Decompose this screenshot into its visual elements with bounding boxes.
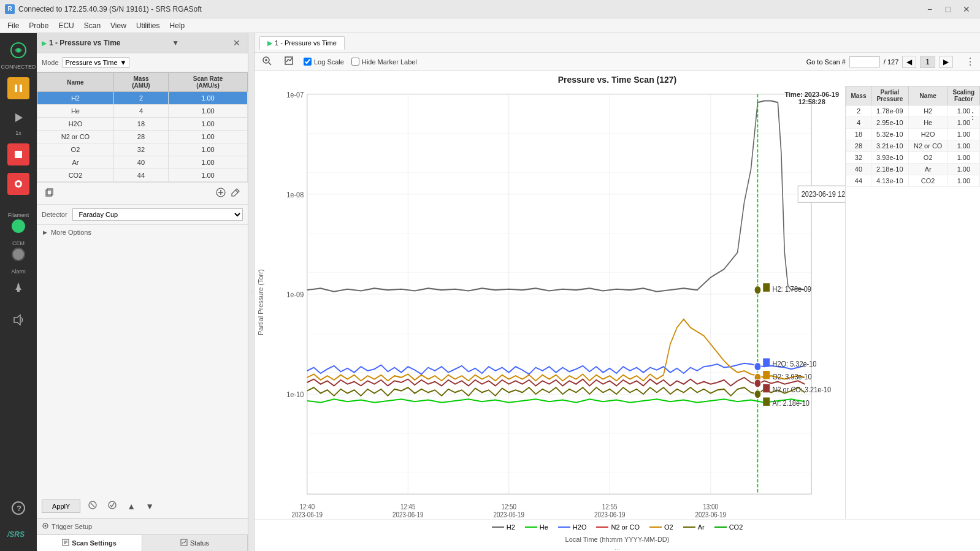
speaker-icon [6,308,31,332]
status-tab[interactable]: Status [142,535,248,551]
fit-button[interactable] [281,55,296,69]
chart-menu-button[interactable]: ⋮ [965,56,975,67]
gas-scanrate: 1.00 [169,105,248,118]
menu-utilities[interactable]: Utilities [131,20,165,31]
copy-button[interactable] [42,186,56,200]
stop-button[interactable] [7,143,29,165]
cem-group: CEM [12,240,25,261]
up-button[interactable]: ▲ [124,500,138,512]
menu-file[interactable]: File [2,20,24,31]
gas-table-row[interactable]: CO2 44 1.00 [37,169,248,182]
detector-row: Detector Faraday Cup [37,205,248,225]
legend-n2co: N2 or CO [596,523,639,531]
more-options-arrow: ► [42,229,48,236]
chart-svg: 1e-07 1e-08 1e-09 1e-10 12:40 2023-06-19… [267,86,845,519]
panel-expand-button[interactable]: ▼ [169,37,182,48]
gas-table-row[interactable]: He 4 1.00 [37,105,248,118]
trigger-setup-tab[interactable]: Trigger Setup [37,518,248,534]
svg-text:13:00: 13:00 [703,503,718,511]
gas-name: H2O [37,118,114,131]
gas-scanrate: 1.00 [169,131,248,143]
zoom-in-button[interactable] [259,55,274,69]
maximize-button[interactable]: □ [940,2,957,16]
svg-text:2023-06-19: 2023-06-19 [695,511,725,519]
dt-mass: 44 [846,175,871,187]
no-icon-button[interactable] [85,499,100,513]
check-button[interactable] [105,499,120,513]
right-panel-menu[interactable]: ⋮ [968,110,978,122]
gas-table-row[interactable]: H2 2 1.00 [37,92,248,105]
gas-table-row[interactable]: O2 32 1.00 [37,143,248,156]
log-scale-checkbox[interactable] [304,58,312,66]
detector-select[interactable]: Faraday Cup [72,208,243,221]
svg-rect-2 [15,85,17,92]
gas-table-container: Name Mass(AMU) Scan Rate(AMU/s) H2 2 1.0… [37,72,248,182]
gas-table-row[interactable]: H2O 18 1.00 [37,118,248,131]
legend-o2: O2 [649,523,673,531]
gas-mass: 2 [113,92,168,105]
gas-scanrate: 1.00 [169,92,248,105]
log-scale-check[interactable]: Log Scale [304,58,344,66]
pause-group [7,77,29,99]
svg-point-72 [754,362,761,371]
next-scan-button[interactable]: ▶ [939,56,953,68]
dt-pressure: 3.21e-10 [871,140,908,152]
panel-collapse-handle[interactable]: ⋮ [248,33,255,551]
menu-scan[interactable]: Scan [79,20,105,31]
gas-mass: 4 [113,105,168,118]
menu-ecu[interactable]: ECU [53,20,78,31]
apply-row: ApplY ▲ ▼ [42,499,243,513]
pause-button[interactable] [7,77,29,99]
play-button[interactable] [7,107,29,129]
chart-controls: Log Scale Hide Marker Label Go to Scan #… [255,53,980,71]
scan-number-input[interactable]: 1 [849,56,880,67]
help-icon[interactable]: ? [6,496,31,520]
minimize-button[interactable]: − [921,2,938,16]
svg-line-30 [269,63,271,65]
hide-marker-check[interactable]: Hide Marker Label [351,58,417,66]
svg-text:2023-06-19: 2023-06-19 [392,511,423,519]
dt-name: O2 [908,152,947,164]
menu-view[interactable]: View [105,20,131,31]
svg-line-18 [235,190,238,192]
gas-table: Name Mass(AMU) Scan Rate(AMU/s) H2 2 1.0… [37,72,248,182]
hide-marker-checkbox[interactable] [351,58,359,66]
add-row-button[interactable] [213,186,228,200]
menu-probe[interactable]: Probe [24,20,53,31]
apply-button[interactable]: ApplY [42,500,80,513]
gas-table-body: H2 2 1.00 He 4 1.00 H2O 18 1.00 N2 or CO… [37,92,248,182]
more-options-row[interactable]: ► More Options [37,225,248,240]
mode-select[interactable]: Pressure vs Time ▼ [63,57,130,68]
svg-rect-81 [763,371,770,379]
svg-text:2023-06-19: 2023-06-19 [292,511,323,519]
edit-row-button[interactable] [228,186,243,200]
dt-mass: 32 [846,152,871,164]
menu-help[interactable]: Help [165,20,190,31]
dt-mass: 2 [846,105,871,117]
record-button[interactable] [7,173,29,195]
gas-table-row[interactable]: N2 or CO 28 1.00 [37,131,248,143]
prev-scan-button[interactable]: ◀ [902,56,916,68]
gas-name: He [37,105,114,118]
gas-table-row[interactable]: Ar 40 1.00 [37,156,248,169]
svg-text:1e-07: 1e-07 [286,90,304,99]
close-button[interactable]: ✕ [958,2,975,16]
alarm-label: Alarm [11,268,26,275]
data-table-row: 4 2.95e-10 He 1.00 [846,117,980,129]
gas-mass: 44 [113,169,168,182]
srs-logo-group: /SRS [6,528,31,541]
panel-close-button[interactable]: ✕ [231,37,243,49]
svg-text:1e-10: 1e-10 [286,390,304,399]
svg-text:2023-06-19: 2023-06-19 [594,511,625,519]
title-controls: − □ ✕ [921,2,975,16]
down-button[interactable]: ▼ [143,500,156,512]
dt-pressure: 4.13e-10 [871,175,908,187]
chart-tab[interactable]: ▶ 1 - Pressure vs Time [259,36,345,50]
dt-col-pressure: PartialPressure [871,86,908,105]
bottom-tabs: Scan Settings Status [37,534,248,551]
scan-settings-tab[interactable]: Scan Settings [37,535,142,551]
data-table-row: 28 3.21e-10 N2 or CO 1.00 [846,140,980,152]
dt-name: H2 [908,105,947,117]
dt-col-mass: Mass [846,86,871,105]
dt-mass: 18 [846,129,871,140]
